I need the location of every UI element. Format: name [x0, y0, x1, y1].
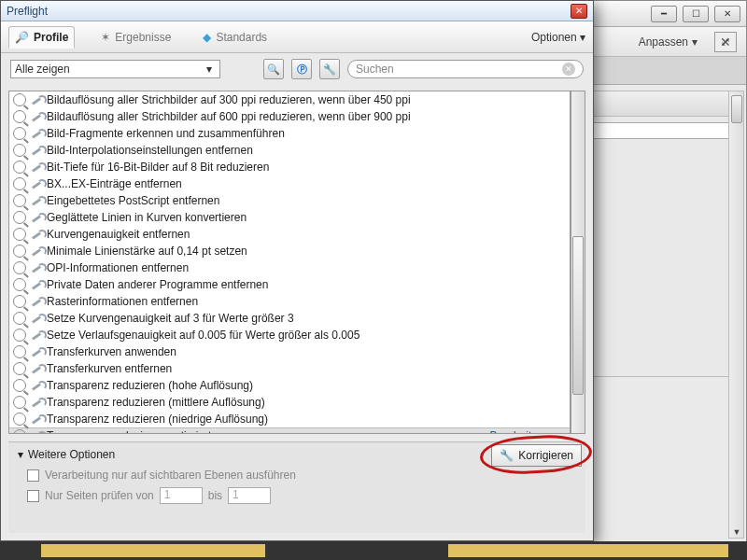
chevron-down-icon[interactable]: ▾ [557, 429, 566, 434]
toolbar-btn-3[interactable]: 🔧 [319, 59, 340, 79]
magnifier-icon [13, 379, 26, 392]
tab-ergebnisse[interactable]: ✶Ergebnisse [95, 27, 176, 48]
toolbar-btn-1[interactable]: 🔍 [263, 59, 284, 79]
bg-scrollbar[interactable]: ▲ ▼ [728, 91, 744, 539]
list-item[interactable]: Transparenz reduzieren (niedrige Auflösu… [9, 411, 570, 427]
list-item-label: Bild-Interpolationseinstellungen entfern… [47, 144, 253, 157]
list-item[interactable]: Transferkurven entfernen [9, 360, 570, 377]
list-scrollbar[interactable] [571, 91, 585, 434]
options-menu[interactable]: Optionen ▾ [531, 31, 585, 44]
page-range-option[interactable]: Nur Seiten prüfen von 1 bis 1 [27, 487, 576, 504]
list-item[interactable]: Bild-Fragmente erkennen und zusammenführ… [9, 125, 570, 142]
bottom-status-bar [0, 541, 747, 560]
magnifier-icon [13, 345, 26, 358]
tab-profile[interactable]: 🔎Profile [8, 26, 75, 49]
wrench-icon [30, 110, 43, 123]
list-item-label: OPI-Informationen entfernen [47, 261, 189, 274]
scroll-thumb[interactable] [572, 236, 584, 395]
list-item-label: Bit-Tiefe für 16-Bit-Bilder auf 8 Bit re… [47, 161, 269, 174]
list-item[interactable]: Eingebettetes PostScript entfernen [9, 192, 570, 209]
magnifier-icon [13, 413, 26, 426]
list-item[interactable]: Setze Verlaufsgenauigkeit auf 0.005 für … [9, 327, 570, 343]
magnifier-icon [13, 261, 26, 274]
magnifier-icon [13, 429, 26, 434]
wrench-icon [30, 177, 43, 190]
wrench-icon [30, 211, 43, 224]
korrigieren-button[interactable]: 🔧 Korrigieren [491, 444, 582, 467]
customize-label: Anpassen [639, 35, 688, 49]
magnifier-icon [13, 329, 26, 342]
dialog-close-button[interactable]: ✕ [571, 4, 587, 19]
list-item[interactable]: Bit-Tiefe für 16-Bit-Bilder auf 8 Bit re… [9, 159, 570, 175]
magnifier-icon [13, 396, 26, 409]
list-item[interactable]: Transferkurven anwenden [9, 343, 570, 360]
bg-scroll-thumb[interactable] [731, 95, 742, 123]
search-input[interactable]: Suchen ✕ [347, 60, 584, 78]
page-from-input[interactable]: 1 [160, 487, 203, 504]
list-item[interactable]: Geglättete Linien in Kurven konvertieren [9, 209, 570, 226]
wrench-icon [30, 312, 43, 325]
list-item[interactable]: Rasterinformationen entfernen [9, 293, 570, 310]
magnifier-icon [13, 228, 26, 241]
list-item[interactable]: Setze Kurvengenauigkeit auf 3 für Werte … [9, 310, 570, 327]
magnifier-icon [13, 362, 26, 375]
preflight-dialog: Preflight ✕ 🔎Profile ✶Ergebnisse ◆Standa… [0, 0, 594, 541]
standards-icon: ◆ [203, 31, 211, 44]
close-button[interactable]: ✕ [714, 6, 740, 22]
list-item-label: Private Daten anderer Programme entferne… [47, 278, 268, 291]
list-item-label: Transparenz reduzieren (hohe Auflösung) [47, 379, 253, 392]
wrench-icon [30, 127, 43, 140]
chevron-down-icon: ▾ [203, 63, 216, 76]
panel-close-icon[interactable]: ✕ [711, 31, 740, 53]
checkbox-visible-layers[interactable] [27, 469, 39, 482]
clear-search-icon[interactable]: ✕ [562, 63, 575, 76]
list-item[interactable]: Bildauflösung aller Strichbilder auf 300… [9, 91, 570, 108]
minimize-button[interactable]: ━ [651, 6, 677, 22]
wrench-icon [30, 93, 43, 106]
list-item-label: Minimale Linienstärke auf 0,14 pt setzen [47, 245, 247, 258]
chevron-down-icon: ▾ [18, 448, 23, 461]
list-item-label: Kurvengenauigkeit entfernen [47, 228, 190, 241]
wrench-icon: 🔧 [500, 449, 514, 462]
toolbar-btn-2[interactable]: Ⓟ [291, 59, 312, 79]
edit-link[interactable]: Bearbeiten... [490, 429, 554, 434]
profile-icon: 🔎 [15, 31, 29, 44]
magnifier-icon [13, 110, 26, 123]
wrench-icon [30, 429, 43, 434]
page-to-input[interactable]: 1 [228, 487, 271, 504]
list-item-label: Geglättete Linien in Kurven konvertieren [47, 211, 247, 224]
wrench-icon [30, 362, 43, 375]
list-item[interactable]: Bild-Interpolationseinstellungen entfern… [9, 142, 570, 159]
wrench-icon [30, 278, 43, 291]
preflight-controls: Alle zeigen ▾ 🔍 Ⓟ 🔧 Suchen ✕ [1, 53, 593, 85]
list-item[interactable]: Bildauflösung aller Strichbilder auf 600… [9, 108, 570, 125]
maximize-button[interactable]: ☐ [683, 6, 709, 22]
checkbox-page-range[interactable] [27, 490, 39, 502]
list-item[interactable]: Kurvengenauigkeit entfernen [9, 226, 570, 243]
scroll-down-icon[interactable]: ▼ [731, 525, 742, 539]
weitere-optionen-label: Weitere Optionen [28, 448, 115, 461]
visible-layers-option[interactable]: Verarbeitung nur auf sichtbaren Ebenen a… [27, 469, 576, 482]
wrench-icon [30, 194, 43, 207]
list-item-label: Setze Verlaufsgenauigkeit auf 0.005 für … [47, 329, 359, 342]
wrench-icon [30, 345, 43, 358]
magnifier-icon [13, 93, 26, 106]
list-item[interactable]: BX...EX-Einträge entfernen [9, 175, 570, 192]
tab-ergebnisse-label: Ergebnisse [115, 31, 171, 44]
list-item-selected[interactable]: Transparenz reduzieren optimiertBearbeit… [9, 427, 570, 434]
list-item[interactable]: Minimale Linienstärke auf 0,14 pt setzen [9, 243, 570, 259]
wrench-icon [30, 161, 43, 174]
list-item-label: Rasterinformationen entfernen [47, 295, 198, 308]
korrigieren-label: Korrigieren [518, 449, 573, 462]
list-item[interactable]: OPI-Informationen entfernen [9, 259, 570, 276]
list-item-label: BX...EX-Einträge entfernen [47, 177, 182, 190]
wrench-icon [30, 245, 43, 258]
tab-standards[interactable]: ◆Standards [197, 27, 273, 48]
show-filter-dropdown[interactable]: Alle zeigen ▾ [10, 60, 220, 78]
list-item[interactable]: Private Daten anderer Programme entferne… [9, 276, 570, 293]
magnifier-icon [13, 295, 26, 308]
customize-menu[interactable]: Anpassen ▾ [629, 33, 707, 51]
list-item[interactable]: Transparenz reduzieren (mittlere Auflösu… [9, 394, 570, 411]
list-item[interactable]: Transparenz reduzieren (hohe Auflösung) [9, 377, 570, 394]
magnifier-icon [13, 144, 26, 157]
